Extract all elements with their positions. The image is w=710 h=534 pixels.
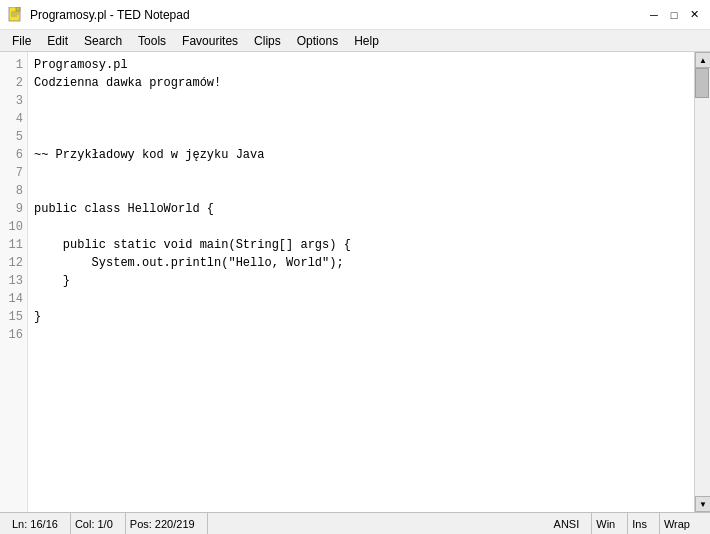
status-pos: Pos: 220/219 — [126, 513, 208, 535]
editor-container: 12345678910111213141516 Programosy.plCod… — [0, 52, 710, 512]
code-line-9: public class HelloWorld { — [34, 200, 688, 218]
status-line-ending: Win — [592, 513, 628, 535]
code-line-2: Codzienna dawka programów! — [34, 74, 688, 92]
status-insert-mode: Ins — [628, 513, 660, 535]
line-number-15: 15 — [0, 308, 27, 326]
app-icon — [8, 7, 24, 23]
code-line-13: } — [34, 272, 688, 290]
code-line-12: System.out.println("Hello, World"); — [34, 254, 688, 272]
status-col: Col: 1/0 — [71, 513, 126, 535]
menu-file[interactable]: File — [4, 30, 39, 52]
title-bar-left: Programosy.pl - TED Notepad — [8, 7, 190, 23]
line-number-8: 8 — [0, 182, 27, 200]
code-line-6: ~~ Przykładowy kod w języku Java — [34, 146, 688, 164]
code-line-10 — [34, 218, 688, 236]
code-line-1: Programosy.pl — [34, 56, 688, 74]
code-line-14 — [34, 290, 688, 308]
menu-favourites[interactable]: Favourites — [174, 30, 246, 52]
status-spacer — [208, 513, 550, 535]
code-line-11: public static void main(String[] args) { — [34, 236, 688, 254]
menu-help[interactable]: Help — [346, 30, 387, 52]
code-line-8 — [34, 182, 688, 200]
line-number-6: 6 — [0, 146, 27, 164]
maximize-button[interactable]: □ — [666, 7, 682, 23]
window-title: Programosy.pl - TED Notepad — [30, 8, 190, 22]
code-line-7 — [34, 164, 688, 182]
title-controls: ─ □ ✕ — [646, 7, 702, 23]
line-number-9: 9 — [0, 200, 27, 218]
line-number-14: 14 — [0, 290, 27, 308]
code-line-4 — [34, 110, 688, 128]
line-number-3: 3 — [0, 92, 27, 110]
line-number-11: 11 — [0, 236, 27, 254]
line-number-10: 10 — [0, 218, 27, 236]
scrollbar-thumb-area — [695, 68, 710, 496]
title-bar: Programosy.pl - TED Notepad ─ □ ✕ — [0, 0, 710, 30]
status-bar: Ln: 16/16 Col: 1/0 Pos: 220/219 ANSI Win… — [0, 512, 710, 534]
status-encoding: ANSI — [550, 513, 593, 535]
line-number-2: 2 — [0, 74, 27, 92]
code-line-3 — [34, 92, 688, 110]
menu-clips[interactable]: Clips — [246, 30, 289, 52]
scroll-down-button[interactable]: ▼ — [695, 496, 710, 512]
line-number-5: 5 — [0, 128, 27, 146]
line-number-13: 13 — [0, 272, 27, 290]
status-line-col: Ln: 16/16 — [8, 513, 71, 535]
minimize-button[interactable]: ─ — [646, 7, 662, 23]
line-number-1: 1 — [0, 56, 27, 74]
scrollbar-thumb[interactable] — [695, 68, 709, 98]
menu-options[interactable]: Options — [289, 30, 346, 52]
svg-rect-1 — [16, 7, 20, 11]
editor-content[interactable]: Programosy.plCodzienna dawka programów! … — [28, 52, 694, 512]
menu-edit[interactable]: Edit — [39, 30, 76, 52]
line-number-12: 12 — [0, 254, 27, 272]
code-line-5 — [34, 128, 688, 146]
scroll-up-button[interactable]: ▲ — [695, 52, 710, 68]
line-number-16: 16 — [0, 326, 27, 344]
line-number-4: 4 — [0, 110, 27, 128]
menu-tools[interactable]: Tools — [130, 30, 174, 52]
code-line-15: } — [34, 308, 688, 326]
line-number-7: 7 — [0, 164, 27, 182]
menu-search[interactable]: Search — [76, 30, 130, 52]
code-line-16 — [34, 326, 688, 344]
vertical-scrollbar[interactable]: ▲ ▼ — [694, 52, 710, 512]
close-button[interactable]: ✕ — [686, 7, 702, 23]
menu-bar: File Edit Search Tools Favourites Clips … — [0, 30, 710, 52]
line-numbers: 12345678910111213141516 — [0, 52, 28, 512]
status-wrap: Wrap — [660, 513, 702, 535]
